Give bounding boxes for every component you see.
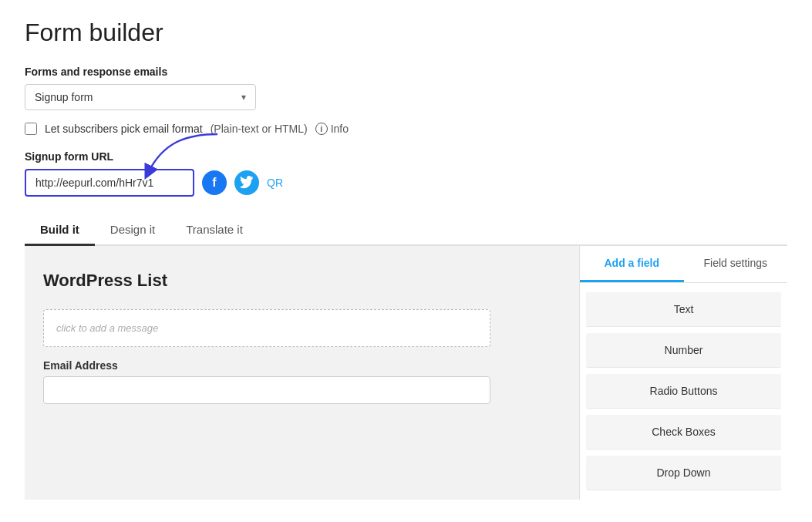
email-format-row: Let subscribers pick email format (Plain… (25, 123, 787, 135)
tab-build-it[interactable]: Build it (25, 215, 95, 246)
twitter-share-button[interactable] (234, 170, 259, 195)
info-button[interactable]: i Info (315, 123, 349, 135)
facebook-share-button[interactable]: f (202, 170, 227, 195)
form-title: WordPress List (43, 271, 561, 291)
info-icon: i (315, 123, 328, 135)
field-btn-number[interactable]: Number (586, 333, 781, 368)
form-message-area[interactable]: click to add a message (43, 309, 490, 347)
signup-url-display[interactable]: http://eepurl.com/hHr7v1 (25, 169, 194, 197)
url-row: http://eepurl.com/hHr7v1 f QR (25, 169, 787, 197)
right-panel: Add a field Field settings Text Number R… (579, 246, 787, 500)
email-field-label: Email Address (43, 359, 561, 372)
forms-dropdown[interactable]: Signup form ▾ (25, 84, 256, 110)
field-btn-check-boxes[interactable]: Check Boxes (586, 415, 781, 450)
main-tabs: Build it Design it Translate it (25, 215, 787, 246)
email-format-label: Let subscribers pick email format (45, 123, 203, 135)
right-panel-tabs: Add a field Field settings (580, 246, 787, 283)
facebook-icon: f (212, 176, 216, 190)
page-title: Form builder (25, 19, 787, 47)
tab-add-field[interactable]: Add a field (580, 246, 684, 282)
qr-link[interactable]: QR (267, 177, 283, 189)
url-annotation-area: http://eepurl.com/hHr7v1 f QR (25, 169, 787, 197)
email-input[interactable] (43, 376, 490, 404)
main-content: WordPress List click to add a message Em… (25, 246, 787, 500)
email-format-checkbox[interactable] (25, 123, 37, 135)
tab-translate-it[interactable]: Translate it (170, 215, 258, 246)
field-btn-drop-down[interactable]: Drop Down (586, 456, 781, 490)
chevron-down-icon: ▾ (241, 92, 246, 103)
info-label: Info (331, 123, 349, 135)
tab-design-it[interactable]: Design it (95, 215, 170, 246)
form-message-placeholder: click to add a message (56, 322, 158, 334)
field-btn-text[interactable]: Text (586, 292, 781, 327)
forms-section-label: Forms and response emails (25, 66, 787, 78)
field-btn-radio-buttons[interactable]: Radio Buttons (586, 374, 781, 409)
form-canvas: WordPress List click to add a message Em… (25, 246, 579, 500)
twitter-icon (240, 176, 254, 190)
url-section-label: Signup form URL (25, 150, 787, 163)
forms-dropdown-value: Signup form (35, 91, 93, 103)
forms-dropdown-wrapper: Signup form ▾ (25, 84, 787, 110)
page-container: Form builder Forms and response emails S… (0, 0, 812, 518)
tab-field-settings[interactable]: Field settings (684, 246, 788, 282)
email-format-sublabel: (Plain-text or HTML) (211, 123, 308, 135)
field-buttons-list: Text Number Radio Buttons Check Boxes Dr… (580, 283, 787, 500)
